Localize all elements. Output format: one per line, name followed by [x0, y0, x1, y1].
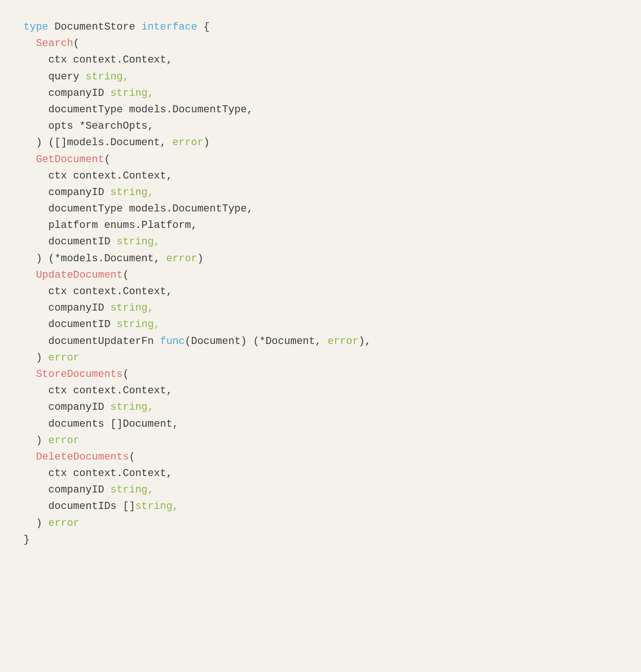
code-token: ctx context.Context, — [23, 385, 172, 397]
code-token: ) — [197, 253, 203, 265]
code-line: ctx context.Context, — [23, 168, 618, 184]
code-token: Search — [36, 38, 73, 49]
code-token: DocumentStore — [48, 21, 141, 33]
code-token: interface — [141, 21, 197, 33]
code-token: ( — [104, 154, 110, 165]
code-token — [23, 269, 36, 281]
code-token: ctx context.Context, — [23, 54, 172, 66]
code-token: documentID — [23, 319, 117, 330]
code-token: ) — [203, 137, 210, 148]
code-line: StoreDocuments( — [23, 366, 618, 383]
code-token: string, — [117, 236, 160, 248]
code-line: companyID string, — [23, 399, 618, 415]
code-line: documentID string, — [23, 234, 618, 250]
code-line: ) error — [23, 515, 618, 531]
code-token: documents []Document, — [23, 418, 179, 430]
code-token — [23, 368, 36, 380]
code-token: type — [23, 21, 48, 33]
code-token: StoreDocuments — [36, 368, 123, 380]
code-token: ctx context.Context, — [23, 468, 172, 479]
code-line: companyID string, — [23, 85, 618, 102]
code-token: documentIDs [] — [23, 500, 135, 512]
code-line: ctx context.Context, — [23, 52, 618, 68]
code-token: string, — [86, 71, 129, 83]
code-token: companyID — [23, 187, 110, 198]
code-line: type DocumentStore interface { — [23, 19, 618, 35]
code-token: error — [166, 253, 197, 265]
code-line: ) error — [23, 432, 618, 449]
code-line: ctx context.Context, — [23, 383, 618, 399]
code-token: UpdateDocument — [36, 269, 123, 281]
code-line: } — [23, 531, 618, 548]
code-token: string, — [135, 500, 179, 512]
code-token: ctx context.Context, — [23, 170, 172, 182]
code-line: documentID string, — [23, 316, 618, 333]
code-token: documentUpdaterFn — [23, 336, 160, 347]
code-token: string, — [110, 302, 154, 314]
code-token: documentType models.DocumentType, — [23, 104, 253, 116]
code-line: query string, — [23, 69, 618, 85]
code-line: documentType models.DocumentType, — [23, 201, 618, 217]
code-token: DeleteDocuments — [36, 451, 129, 463]
code-token: ( — [123, 269, 129, 281]
code-line: UpdateDocument( — [23, 267, 618, 283]
code-token: ( — [129, 451, 135, 463]
code-token: platform enums.Platform, — [23, 219, 197, 231]
code-token: string, — [110, 401, 154, 413]
code-line: platform enums.Platform, — [23, 217, 618, 234]
code-token: companyID — [23, 484, 110, 496]
code-line: GetDocument( — [23, 151, 618, 168]
code-token: companyID — [23, 401, 110, 413]
code-token: ) — [23, 517, 48, 529]
code-line: ) (*models.Document, error) — [23, 250, 618, 267]
code-token: ) (*models.Document, — [23, 253, 166, 265]
code-token: ctx context.Context, — [23, 286, 172, 297]
code-container: type DocumentStore interface { Search( c… — [23, 19, 618, 548]
code-line: documents []Document, — [23, 416, 618, 432]
code-line: DeleteDocuments( — [23, 449, 618, 465]
code-line: Search( — [23, 35, 618, 52]
code-token — [23, 38, 36, 49]
code-token: ( — [73, 38, 79, 49]
code-line: ctx context.Context, — [23, 465, 618, 482]
code-line: companyID string, — [23, 184, 618, 201]
code-token: string, — [110, 484, 154, 496]
code-token: error — [328, 336, 359, 347]
code-token: error — [48, 435, 79, 446]
code-token: (Document) (*Document, — [185, 336, 328, 347]
code-token: ) ([]models.Document, — [23, 137, 172, 148]
code-token: documentType models.DocumentType, — [23, 203, 253, 215]
code-token: opts *SearchOpts, — [23, 120, 154, 132]
code-token: ) — [23, 352, 48, 364]
code-token: GetDocument — [36, 154, 104, 165]
code-token — [23, 154, 36, 165]
code-token: ) — [23, 435, 48, 446]
code-line: ) error — [23, 350, 618, 366]
code-token: string, — [110, 87, 154, 99]
code-token: ), — [359, 336, 371, 347]
code-line: documentIDs []string, — [23, 498, 618, 515]
code-token: ( — [123, 368, 129, 380]
code-token: error — [48, 352, 79, 364]
code-line: opts *SearchOpts, — [23, 118, 618, 134]
code-line: documentType models.DocumentType, — [23, 102, 618, 118]
code-token: documentID — [23, 236, 117, 248]
code-token — [23, 451, 36, 463]
code-token: func — [160, 336, 185, 347]
code-token: } — [23, 534, 30, 546]
code-token: string, — [117, 319, 160, 330]
code-line: ) ([]models.Document, error) — [23, 134, 618, 151]
code-token: error — [172, 137, 203, 148]
code-token: companyID — [23, 302, 110, 314]
code-token: query — [23, 71, 86, 83]
code-token: companyID — [23, 87, 110, 99]
code-token: error — [48, 517, 79, 529]
code-token: string, — [110, 187, 154, 198]
code-token: { — [197, 21, 210, 33]
code-line: ctx context.Context, — [23, 283, 618, 300]
code-line: documentUpdaterFn func(Document) (*Docum… — [23, 333, 618, 350]
code-line: companyID string, — [23, 300, 618, 316]
code-line: companyID string, — [23, 482, 618, 498]
